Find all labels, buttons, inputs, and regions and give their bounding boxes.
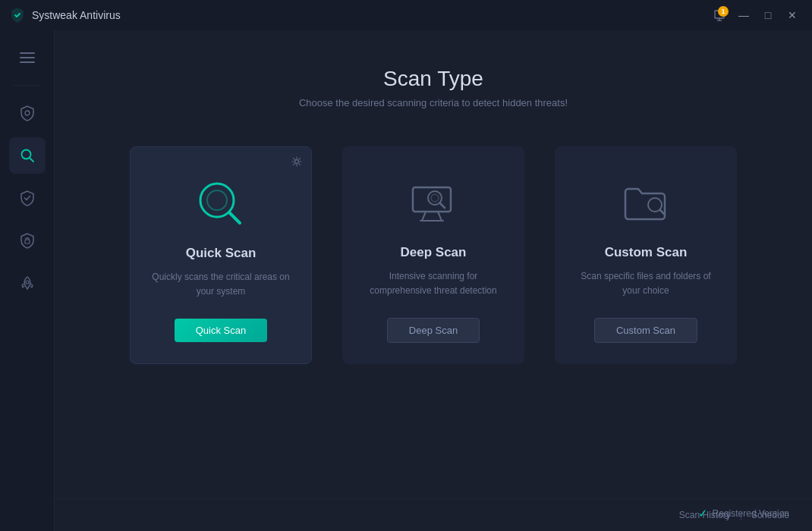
svg-point-11	[295, 160, 299, 164]
quick-scan-title: Quick Scan	[186, 246, 257, 261]
deep-scan-desc: Intensive scanning for comprehensive thr…	[360, 269, 506, 300]
deep-scan-card[interactable]: Deep Scan Intensive scanning for compreh…	[342, 146, 524, 364]
close-button[interactable]: ✕	[782, 5, 803, 26]
quick-scan-settings-icon[interactable]	[291, 156, 302, 167]
sidebar	[0, 30, 55, 531]
search-icon	[20, 148, 35, 163]
svg-point-10	[26, 281, 29, 284]
app-title: Systweak Antivirus	[32, 9, 121, 21]
custom-scan-title: Custom Scan	[605, 245, 688, 260]
page-title: Scan Type	[100, 67, 766, 91]
custom-scan-button[interactable]: Custom Scan	[594, 318, 697, 343]
shield-check-icon	[20, 190, 35, 206]
registered-check-icon: ✓	[698, 507, 708, 520]
registered-label: Registered Version	[713, 508, 789, 519]
svg-line-21	[440, 203, 445, 209]
svg-point-20	[431, 194, 439, 202]
app-logo-icon	[9, 7, 26, 24]
sidebar-item-secure[interactable]	[9, 222, 46, 259]
shield-lock-icon	[20, 232, 35, 249]
sidebar-item-protection[interactable]	[9, 95, 46, 131]
deep-scan-button[interactable]: Deep Scan	[387, 318, 480, 343]
svg-line-17	[438, 212, 442, 221]
sidebar-item-boost[interactable]	[9, 265, 46, 301]
scan-cards-container: Quick Scan Quickly scans the critical ar…	[100, 146, 766, 364]
page-subtitle: Choose the desired scanning criteria to …	[100, 97, 766, 108]
quick-scan-button[interactable]: Quick Scan	[175, 319, 267, 342]
quick-scan-icon	[194, 178, 247, 231]
svg-point-6	[25, 111, 30, 115]
svg-line-14	[229, 212, 240, 223]
svg-line-8	[30, 158, 33, 162]
custom-scan-desc: Scan specific files and folders of your …	[573, 269, 719, 300]
quick-scan-card[interactable]: Quick Scan Quickly scans the critical ar…	[130, 146, 312, 364]
deep-scan-icon	[407, 177, 460, 230]
sidebar-item-menu[interactable]	[9, 39, 46, 76]
main-layout: Scan Type Choose the desired scanning cr…	[0, 30, 812, 531]
titlebar-left: Systweak Antivirus	[9, 7, 121, 24]
notification-badge: 1	[718, 6, 729, 17]
rocket-icon	[20, 275, 35, 291]
sidebar-divider-1	[14, 85, 41, 86]
custom-scan-card[interactable]: Custom Scan Scan specific files and fold…	[555, 146, 737, 364]
sidebar-item-safety[interactable]	[9, 180, 46, 216]
quick-scan-desc: Quickly scans the critical areas on your…	[149, 270, 293, 300]
minimize-button[interactable]: —	[733, 5, 754, 26]
registered-version: ✓ Registered Version	[698, 507, 789, 520]
svg-point-13	[207, 190, 227, 210]
sidebar-item-scan[interactable]	[9, 137, 46, 174]
svg-line-16	[422, 212, 426, 221]
deep-scan-title: Deep Scan	[401, 245, 467, 260]
page-header: Scan Type Choose the desired scanning cr…	[100, 67, 766, 108]
shield-icon	[20, 105, 35, 121]
custom-scan-icon	[619, 177, 672, 230]
titlebar-controls: 1 — □ ✕	[709, 5, 803, 26]
notification-button[interactable]: 1	[709, 5, 730, 26]
menu-icon	[20, 52, 35, 64]
titlebar: Systweak Antivirus 1 — □ ✕	[0, 0, 812, 30]
maximize-button[interactable]: □	[757, 5, 779, 26]
svg-rect-9	[25, 240, 30, 244]
content-area: Scan Type Choose the desired scanning cr…	[55, 30, 812, 531]
